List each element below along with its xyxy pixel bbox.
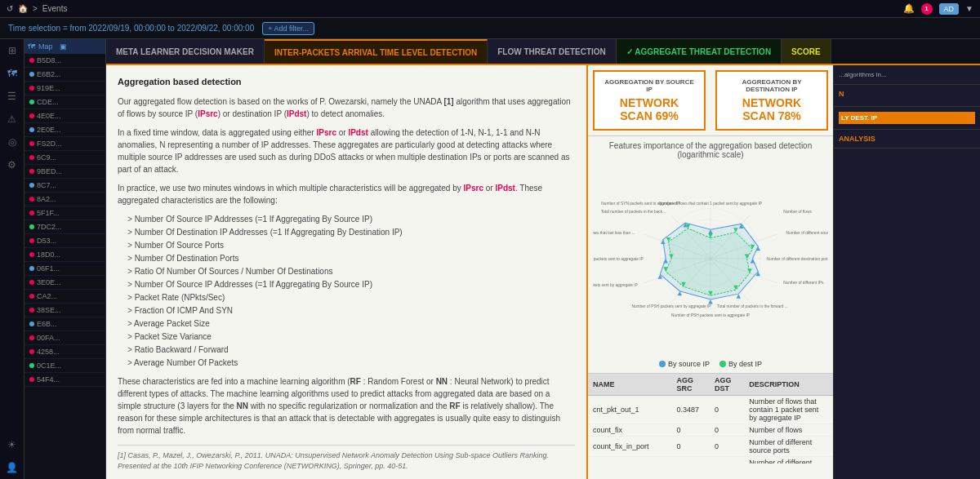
sidebar-icon-alert[interactable]: ⚠	[4, 111, 20, 127]
history-icon[interactable]: ↺	[7, 4, 13, 13]
list-item[interactable]: 8C7...	[24, 179, 105, 193]
svg-text:Total number of packets in the: Total number of packets in the back...	[601, 210, 666, 214]
reference-text: [1] Casas, P., Mazel, J., Owezarski, P.,…	[118, 445, 575, 472]
list-item[interactable]: D53...	[24, 234, 105, 248]
table-scroll[interactable]: NAME AGG SRC AGG DST DESCRIPTION cnt_pkt…	[588, 374, 833, 463]
score-card-dst-value: NETWORK SCAN 78%	[727, 96, 817, 122]
svg-text:Number of PSH packets sent to : Number of PSH packets sent to aggregate …	[671, 313, 750, 317]
tab-inter[interactable]: INTER-PACKETS ARRIVAL TIME LEVEL DETECTI…	[265, 39, 488, 64]
status-dot	[29, 252, 34, 257]
legend-src-dot	[659, 361, 666, 367]
list-item: Number Of Destination Ports	[127, 252, 575, 264]
list-item[interactable]: CA2...	[24, 290, 105, 304]
tab-bar: META LEARNER DECISION MAKER INTER-PACKET…	[106, 39, 980, 65]
sidebar-icon-user[interactable]: 👤	[4, 459, 20, 476]
cell-agg-dst: 0	[710, 396, 744, 424]
filter-bar: Time selection = from 2022/09/19, 00:00:…	[0, 18, 980, 39]
col-agg-dst: AGG DST	[710, 374, 744, 396]
text-para2: In a fixed time window, data is aggregat…	[118, 126, 575, 175]
text-para3: In practice, we use two minutes windows …	[118, 182, 575, 206]
svg-text:Number of flows that last less: Number of flows that last less than ...	[593, 231, 635, 235]
cell-name: cnt_pkt_out_1	[588, 396, 672, 424]
cell-agg-dst: 0	[710, 437, 744, 457]
breadcrumb-events[interactable]: Events	[42, 4, 68, 13]
status-dot	[29, 127, 34, 132]
list-item: Ratio Of Number Of Sources / Number Of D…	[127, 265, 575, 277]
list-item[interactable]: 00FA...	[24, 331, 105, 345]
table-row[interactable]: count_fix_in_port 0 0 Number of differen…	[588, 437, 833, 457]
list-item[interactable]: E6B...	[24, 317, 105, 331]
right-edge-panel: ...algorithms in... N LY DEST. IP ANALYS…	[833, 65, 980, 479]
status-dot	[29, 155, 34, 160]
list-item[interactable]: 7DC2...	[24, 220, 105, 234]
list-item[interactable]: 9BED...	[24, 165, 105, 179]
sidebar-icon-sun[interactable]: ☀	[4, 437, 20, 453]
user-avatar[interactable]: AD	[939, 3, 960, 15]
right-edge-filler	[834, 149, 980, 479]
main-layout: ⊞ 🗺 ☰ ⚠ ◎ ⚙ ☀ 👤 🗺 Map ▣ B5D8... E6B2... …	[0, 39, 980, 479]
list-item[interactable]: 0C1E...	[24, 359, 105, 373]
list-item[interactable]: FS2D...	[24, 137, 105, 151]
sidebar-icon-map[interactable]: 🗺	[4, 65, 20, 82]
cell-description: Number of different destination ports	[744, 457, 833, 464]
list-item[interactable]: 54F4...	[24, 373, 105, 387]
cell-name: count_fix_out_port	[588, 457, 672, 464]
list-item[interactable]: 18D0...	[24, 248, 105, 262]
status-dot	[29, 113, 34, 118]
list-item[interactable]: 919E...	[24, 82, 105, 95]
tab-flow[interactable]: FLOW THREAT DETECTION	[488, 39, 617, 64]
svg-text:Number of different destinatio: Number of different destination ports	[767, 257, 828, 261]
list-item[interactable]: CDE...	[24, 95, 105, 109]
svg-marker-25	[708, 299, 712, 304]
sidebar-icon-grid[interactable]: ⊞	[4, 42, 20, 59]
status-dot	[29, 141, 34, 146]
sidebar-icon-list[interactable]: ☰	[4, 88, 20, 104]
add-filter-button[interactable]: + Add filter...	[262, 22, 314, 35]
table-row[interactable]: count_fix 0 0 Number of flows	[588, 424, 833, 437]
tab-meta[interactable]: META LEARNER DECISION MAKER	[106, 39, 265, 64]
home-icon[interactable]: 🏠	[18, 4, 28, 13]
list-item[interactable]: 06F1...	[24, 262, 105, 276]
status-dot	[29, 349, 34, 354]
map-icon: 🗺	[28, 42, 35, 51]
sidebar-icon-network[interactable]: ◎	[4, 134, 20, 150]
legend-dst-dot	[719, 361, 726, 367]
text-panel: Aggregation based detection Our aggregat…	[106, 65, 588, 479]
sidebar-icon-settings[interactable]: ⚙	[4, 157, 20, 173]
status-dot	[29, 238, 34, 243]
score-card-src-title: AGGREGATION BY SOURCE IP	[604, 78, 694, 93]
list-item[interactable]: 4258...	[24, 345, 105, 359]
list-item[interactable]: 38SE...	[24, 304, 105, 317]
notif-badge: 1	[921, 3, 933, 15]
list-item[interactable]: E6B2...	[24, 68, 105, 82]
cell-name: count_fix	[588, 424, 672, 437]
tab-aggregate[interactable]: ✓ AGGREGATE THREAT DETECTION	[617, 39, 782, 64]
filter-text: Time selection = from 2022/09/19, 00:00:…	[8, 24, 254, 33]
cell-agg-src: 0.3487	[672, 396, 710, 424]
svg-text:Number of SYN packets sent to : Number of SYN packets sent to aggregate …	[601, 202, 679, 206]
table-row[interactable]: count_fix_out_port 0.07935 0.2485 Number…	[588, 457, 833, 464]
breadcrumb-separator: >	[33, 4, 38, 13]
user-menu-toggle[interactable]: ▼	[965, 4, 973, 13]
list-item[interactable]: 5F1F...	[24, 206, 105, 220]
list-item: Number Of Destination IP Addresses (=1 I…	[127, 226, 575, 238]
status-dot	[29, 224, 34, 229]
list-item[interactable]: 6C9...	[24, 151, 105, 165]
status-dot	[29, 197, 34, 202]
list-item[interactable]: 8A2...	[24, 193, 105, 206]
list-item[interactable]: 3E0E...	[24, 276, 105, 290]
radar-chart: Number of flows that contain 1 packet se…	[593, 166, 828, 354]
tab-score[interactable]: SCORE	[782, 39, 831, 64]
score-card-dst: AGGREGATION BY DESTINATION IP NETWORK SC…	[715, 70, 828, 131]
radar-section: Features importance of the aggregation b…	[588, 136, 833, 373]
list-item[interactable]: B5D8...	[24, 54, 105, 68]
bell-icon[interactable]: 🔔	[903, 3, 915, 14]
status-dot	[29, 58, 34, 63]
content-area: META LEARNER DECISION MAKER INTER-PACKET…	[106, 39, 980, 479]
table-row[interactable]: cnt_pkt_out_1 0.3487 0 Number of flows t…	[588, 396, 833, 424]
cell-agg-dst: 0.2485	[710, 457, 744, 464]
feature-table: NAME AGG SRC AGG DST DESCRIPTION cnt_pkt…	[588, 374, 833, 463]
radar-container: Number of flows that contain 1 packet se…	[593, 162, 828, 358]
list-item[interactable]: 4E0E...	[24, 109, 105, 123]
list-item[interactable]: 2E0E...	[24, 123, 105, 137]
